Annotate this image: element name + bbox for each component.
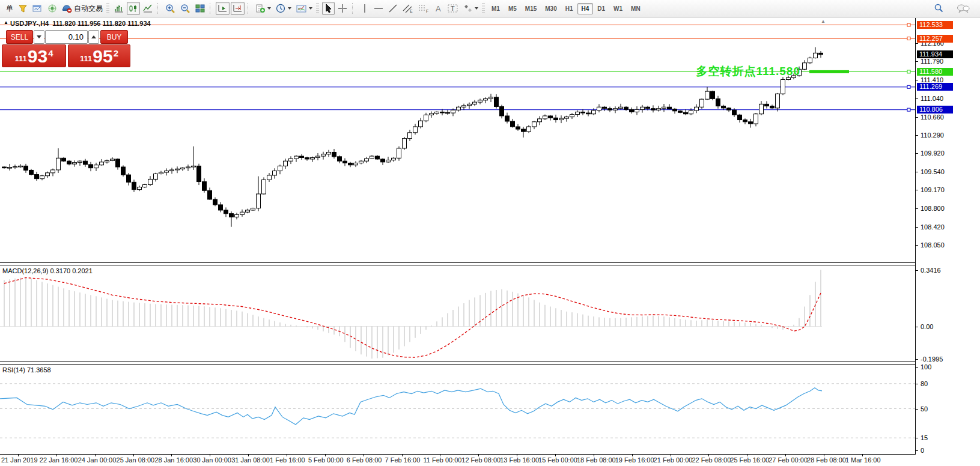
scale-tick-mark bbox=[916, 208, 918, 209]
timeframe-h4[interactable]: H4 bbox=[577, 3, 594, 14]
time-tick-label: 12 Feb 08:00 bbox=[461, 456, 501, 464]
timeframe-w1[interactable]: W1 bbox=[609, 3, 627, 14]
line-chart-type-button[interactable] bbox=[141, 2, 154, 15]
search-button[interactable] bbox=[931, 2, 946, 15]
time-tick-label: 24 Jan 00:00 bbox=[78, 456, 117, 464]
search-icon bbox=[933, 3, 944, 14]
macd-scale-label: -0.1995 bbox=[921, 356, 943, 363]
history-center-button[interactable] bbox=[16, 2, 29, 15]
timeframe-group: M1M5M15M30H1H4D1W1MN bbox=[487, 3, 645, 14]
new-order-dropdown-button[interactable] bbox=[254, 2, 273, 15]
horizontal-line-button[interactable] bbox=[372, 2, 385, 15]
buy-price-button[interactable]: 111 95 2 bbox=[68, 44, 130, 67]
signals-button[interactable] bbox=[46, 2, 59, 15]
pane-separator[interactable] bbox=[0, 362, 980, 362]
tile-windows-button[interactable] bbox=[193, 2, 207, 15]
one-click-trading-panel: SELL BUY 111 93 4 111 95 2 bbox=[0, 28, 132, 68]
shapes-dropdown-button[interactable] bbox=[461, 2, 480, 15]
buy-price-main: 95 bbox=[93, 47, 112, 65]
channel-icon: E bbox=[403, 4, 413, 13]
price-tick-label: 110.290 bbox=[921, 132, 944, 139]
dropdown-caret-icon bbox=[288, 7, 291, 10]
time-tick-label: 1 Mar 16:00 bbox=[845, 456, 881, 464]
price-tick-label: 111.040 bbox=[921, 95, 943, 102]
zoom-in-button[interactable] bbox=[163, 2, 177, 15]
cursor-button[interactable] bbox=[322, 2, 335, 15]
toolbar-grip[interactable] bbox=[106, 3, 109, 14]
pivot-annotation[interactable]: 多空转折点111.580 bbox=[601, 64, 800, 79]
scale-tick-mark bbox=[916, 438, 918, 438]
sell-price-prefix: 111 bbox=[15, 54, 27, 63]
text-label-tool-button[interactable]: T bbox=[446, 2, 460, 15]
toolbar-grip[interactable] bbox=[316, 3, 319, 14]
price-tick-label: 108.050 bbox=[921, 241, 945, 249]
buy-price-prefix: 111 bbox=[80, 54, 92, 63]
pivot-thick-segment[interactable] bbox=[809, 70, 849, 73]
timeframe-d1[interactable]: D1 bbox=[593, 3, 609, 14]
volume-increase-button[interactable] bbox=[88, 30, 99, 44]
clock-icon bbox=[276, 4, 286, 14]
timeframe-m15[interactable]: M15 bbox=[521, 3, 541, 14]
rsi-label: RSI(14) 71.3658 bbox=[2, 366, 51, 374]
time-tick-label: 1 Feb 16:00 bbox=[270, 456, 305, 464]
chart-shift-button[interactable] bbox=[231, 2, 245, 15]
crosshair-button[interactable] bbox=[336, 2, 349, 15]
rsi-scale-label: 50 bbox=[921, 405, 928, 413]
sell-price-main: 93 bbox=[28, 47, 47, 65]
caret-up-icon bbox=[91, 35, 96, 38]
cursor-icon bbox=[324, 4, 333, 13]
pane-separator[interactable] bbox=[0, 265, 980, 265]
timeframe-m5[interactable]: M5 bbox=[504, 3, 521, 14]
timeframe-h1[interactable]: H1 bbox=[561, 3, 577, 14]
fibonacci-button[interactable]: F bbox=[416, 2, 431, 15]
price-scale[interactable]: 112.160111.790111.410111.040110.660110.2… bbox=[916, 18, 980, 455]
panel-collapse-arrow-icon[interactable]: ▲ bbox=[4, 20, 8, 25]
svg-text:A: A bbox=[436, 4, 441, 13]
timeframe-m30[interactable]: M30 bbox=[541, 3, 561, 14]
bar-chart-type-button[interactable] bbox=[112, 2, 126, 15]
timeframe-m1[interactable]: M1 bbox=[487, 3, 504, 14]
timeframe-mn[interactable]: MN bbox=[627, 3, 645, 14]
trendline-button[interactable] bbox=[386, 2, 400, 15]
line-handle[interactable] bbox=[907, 23, 910, 26]
community-chat-button[interactable] bbox=[955, 2, 972, 15]
pane-separator[interactable] bbox=[0, 262, 980, 263]
buy-button[interactable]: BUY bbox=[100, 30, 128, 44]
time-tick-label: 15 Feb 00:00 bbox=[538, 456, 577, 464]
line-handle[interactable] bbox=[907, 108, 910, 111]
auto-scroll-button[interactable] bbox=[216, 2, 230, 15]
auto-scroll-icon bbox=[218, 4, 228, 13]
sell-price-button[interactable]: 111 93 4 bbox=[2, 44, 66, 67]
time-tick-label: 22 Feb 08:00 bbox=[692, 456, 731, 464]
line-handle[interactable] bbox=[907, 70, 910, 73]
text-tool-button[interactable]: A bbox=[432, 2, 445, 15]
horizontal-line-icon bbox=[374, 4, 383, 13]
text-label-icon: T bbox=[448, 4, 458, 13]
template-dropdown-button[interactable] bbox=[294, 2, 314, 15]
buy-price-sup: 2 bbox=[114, 48, 118, 58]
toolbar-separator bbox=[248, 3, 251, 14]
ohlc-readout: 111.820 111.956 111.820 111.934 bbox=[52, 20, 150, 27]
vertical-line-button[interactable] bbox=[358, 2, 371, 15]
scale-tick-mark bbox=[916, 245, 918, 246]
zoom-out-button[interactable] bbox=[178, 2, 192, 15]
svg-text:T: T bbox=[451, 5, 455, 12]
equidistant-channel-button[interactable]: E bbox=[401, 2, 415, 15]
new-chart-button[interactable] bbox=[31, 2, 44, 15]
pane-separator[interactable] bbox=[0, 364, 980, 365]
sell-price-sup: 4 bbox=[48, 48, 53, 58]
price-tick-label: 108.420 bbox=[921, 223, 945, 231]
toolbar-grip[interactable] bbox=[482, 3, 485, 14]
candlestick-chart-type-button[interactable] bbox=[127, 2, 140, 15]
scroll-end-marker-icon[interactable]: ▲ bbox=[821, 19, 826, 24]
line-handle[interactable] bbox=[907, 37, 910, 40]
autotrading-button[interactable]: 自动交易 bbox=[60, 2, 105, 15]
period-dropdown-button[interactable] bbox=[274, 2, 293, 15]
svg-text:F: F bbox=[426, 9, 428, 13]
sell-button[interactable]: SELL bbox=[6, 30, 33, 44]
new-order-button[interactable]: 单 bbox=[2, 2, 15, 15]
volume-decrease-button[interactable] bbox=[34, 30, 44, 44]
line-handle[interactable] bbox=[907, 85, 910, 88]
volume-input[interactable] bbox=[45, 30, 88, 44]
chart-title: USDJPY-,H4 111.820 111.956 111.820 111.9… bbox=[10, 20, 151, 27]
